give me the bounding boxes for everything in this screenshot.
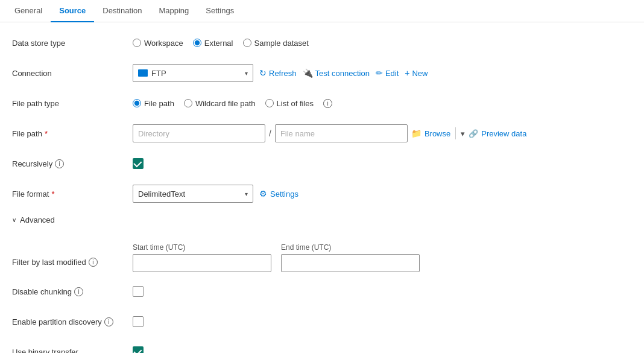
file-format-controls: DelimitedText ▾ ⚙ Settings — [133, 185, 298, 203]
filter-info-icon: i — [89, 258, 98, 267]
filename-input[interactable] — [275, 124, 408, 142]
start-time-group: Start time (UTC) — [133, 243, 271, 272]
file-path-required: * — [45, 129, 48, 138]
radio-list-label: List of files — [277, 99, 314, 108]
file-format-row: File format * DelimitedText ▾ ⚙ Settings — [12, 183, 632, 205]
data-store-type-controls: Workspace External Sample dataset — [133, 39, 309, 48]
radio-external-label: External — [204, 39, 233, 48]
folder-icon: 📁 — [411, 129, 421, 138]
settings-button[interactable]: ⚙ Settings — [259, 189, 298, 199]
radio-sample-label: Sample dataset — [254, 39, 309, 48]
file-path-type-label: File path type — [12, 99, 133, 108]
end-time-group: End time (UTC) — [281, 243, 420, 272]
radio-wildcard[interactable]: Wildcard file path — [184, 99, 256, 108]
refresh-label: Refresh — [269, 69, 297, 78]
preview-icon: 🔗 — [469, 129, 478, 138]
recursively-label: Recursively i — [12, 159, 133, 168]
radio-sample-input[interactable] — [243, 39, 251, 47]
chevron-down-icon: ▾ — [245, 70, 248, 77]
chevron-down-advanced-icon: ∨ — [12, 217, 16, 223]
edit-button[interactable]: ✏ Edit — [376, 68, 399, 78]
radio-sample-dataset[interactable]: Sample dataset — [243, 39, 309, 48]
test-connection-label: Test connection — [315, 69, 370, 78]
browse-button[interactable]: 📁 Browse — [411, 129, 450, 138]
connection-label: Connection — [12, 69, 133, 78]
disable-chunking-controls — [133, 286, 144, 297]
radio-workspace-input[interactable] — [133, 39, 141, 47]
preview-data-button[interactable]: 🔗 Preview data — [469, 129, 526, 138]
file-path-controls: / 📁 Browse ▾ 🔗 Preview data — [133, 124, 526, 142]
settings-icon: ⚙ — [259, 189, 267, 199]
radio-file-path[interactable]: File path — [133, 99, 174, 108]
edit-label: Edit — [385, 69, 399, 78]
tab-source[interactable]: Source — [51, 0, 94, 22]
plus-icon: + — [405, 68, 409, 78]
use-binary-transfer-checkbox[interactable] — [133, 346, 144, 353]
recursively-controls — [133, 158, 144, 169]
chevron-down-browse-icon[interactable]: ▾ — [461, 129, 465, 138]
radio-list-of-files[interactable]: List of files — [265, 99, 314, 108]
enable-partition-checkbox[interactable] — [133, 316, 144, 327]
disable-chunking-checkbox[interactable] — [133, 286, 144, 297]
ftp-icon — [138, 69, 148, 77]
file-format-dropdown[interactable]: DelimitedText ▾ — [133, 185, 253, 203]
refresh-button[interactable]: ↻ Refresh — [259, 68, 297, 78]
radio-file-path-input[interactable] — [133, 99, 141, 107]
path-separator: / — [269, 129, 271, 138]
end-time-input[interactable] — [281, 254, 420, 272]
radio-workspace-label: Workspace — [144, 39, 183, 48]
use-binary-transfer-controls — [133, 346, 144, 353]
preview-label: Preview data — [481, 129, 526, 138]
radio-workspace[interactable]: Workspace — [133, 39, 183, 48]
new-connection-button[interactable]: + New — [405, 68, 428, 78]
data-store-type-label: Data store type — [12, 39, 133, 48]
connection-value: FTP — [151, 69, 241, 78]
plug-icon: 🔌 — [303, 68, 313, 78]
recursively-info-icon: i — [55, 159, 64, 168]
test-connection-button[interactable]: 🔌 Test connection — [303, 68, 370, 78]
radio-file-path-label: File path — [144, 99, 174, 108]
radio-external-input[interactable] — [193, 39, 201, 47]
data-store-type-row: Data store type Workspace External Sampl… — [12, 32, 632, 54]
tab-destination[interactable]: Destination — [94, 0, 150, 22]
end-time-label: End time (UTC) — [281, 243, 420, 252]
enable-partition-row: Enable partition discovery i — [12, 311, 632, 332]
enable-partition-label: Enable partition discovery i — [12, 317, 133, 326]
file-format-label: File format * — [12, 189, 133, 199]
file-format-chevron-icon: ▾ — [245, 191, 248, 197]
disable-chunking-row: Disable chunking i — [12, 281, 632, 302]
form-content: Data store type Workspace External Sampl… — [0, 22, 644, 353]
refresh-icon: ↻ — [259, 68, 267, 78]
disable-chunking-info-icon: i — [74, 287, 83, 296]
disable-chunking-label: Disable chunking i — [12, 287, 133, 296]
recursively-checkbox[interactable] — [133, 158, 144, 169]
file-path-type-row: File path type File path Wildcard file p… — [12, 92, 632, 114]
use-binary-transfer-row: Use binary transfer — [12, 341, 632, 353]
file-path-type-info-icon: i — [323, 99, 332, 108]
start-time-label: Start time (UTC) — [133, 243, 271, 252]
filter-label: Filter by last modified i — [12, 243, 133, 267]
file-path-label: File path * — [12, 129, 133, 138]
connection-dropdown[interactable]: FTP ▾ — [133, 64, 253, 82]
enable-partition-controls — [133, 316, 144, 327]
advanced-toggle[interactable]: ∨ Advanced — [12, 215, 133, 224]
radio-external[interactable]: External — [193, 39, 233, 48]
directory-input[interactable] — [133, 124, 265, 142]
connection-controls: FTP ▾ ↻ Refresh 🔌 Test connection ✏ Edit… — [133, 64, 428, 82]
tab-general[interactable]: General — [6, 0, 51, 22]
radio-list-input[interactable] — [265, 99, 274, 107]
filter-inputs: Start time (UTC) End time (UTC) — [133, 243, 420, 272]
use-binary-transfer-label: Use binary transfer — [12, 348, 133, 354]
tabs-bar: General Source Destination Mapping Setti… — [0, 0, 644, 22]
start-time-input[interactable] — [133, 254, 271, 272]
radio-wildcard-input[interactable] — [184, 99, 192, 107]
tab-mapping[interactable]: Mapping — [150, 0, 197, 22]
file-path-row: File path * / 📁 Browse ▾ 🔗 Preview data — [12, 122, 632, 144]
new-connection-label: New — [412, 69, 428, 78]
file-format-required: * — [51, 189, 54, 199]
recursively-row: Recursively i — [12, 153, 632, 174]
edit-icon: ✏ — [376, 68, 383, 78]
data-store-type-radio-group: Workspace External Sample dataset — [133, 39, 309, 48]
advanced-row: ∨ Advanced — [12, 213, 632, 235]
tab-settings[interactable]: Settings — [197, 0, 242, 22]
